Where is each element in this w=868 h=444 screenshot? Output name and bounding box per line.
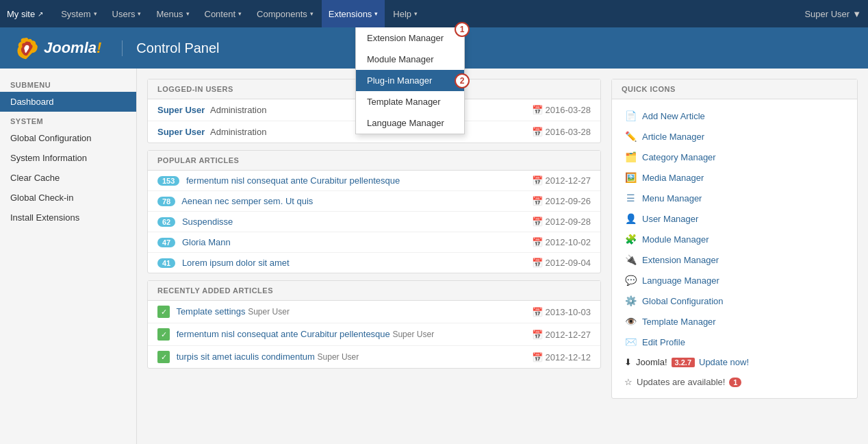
table-row: 41 Lorem ipsum dolor sit amet 📅 2012-09-…	[148, 253, 600, 273]
chevron-icon: ▾	[310, 10, 314, 17]
nav-item-menus[interactable]: Menus▾	[149, 0, 196, 27]
article-count: 47	[157, 238, 175, 247]
nav-label: Menus	[156, 9, 183, 19]
joomla-logo: Joomla!	[14, 36, 101, 60]
table-row: ✓ fermentum nisl consequat ante Curabitu…	[148, 323, 600, 346]
chevron-down-icon: ▼	[852, 9, 861, 19]
updates-available-row: ☆ Updates are available! 1	[619, 373, 850, 391]
external-icon: ↗	[38, 10, 43, 18]
quick-icon-language-manager[interactable]: 💬Language Manager	[619, 271, 850, 290]
nav-item-extensions[interactable]: Extensions▾	[322, 0, 385, 27]
nav-label: Extensions	[329, 9, 372, 19]
calendar-icon: 📅	[532, 175, 543, 186]
quick-icon-edit-profile[interactable]: ✉️Edit Profile	[619, 332, 850, 352]
quick-icon-label: Add New Article	[642, 111, 705, 121]
dropdown-item-module-manager[interactable]: Module Manager	[356, 49, 464, 70]
article-link[interactable]: Suspendisse	[182, 217, 233, 227]
article-manager-icon: ✏️	[624, 131, 637, 142]
calendar-icon: 📅	[532, 307, 543, 317]
media-manager-icon: 🖼️	[624, 172, 637, 183]
recent-article-link[interactable]: Template settings	[176, 306, 245, 317]
category-manager-icon: 🗂️	[624, 151, 637, 162]
recent-article-link[interactable]: fermentum nisl consequat ante Curabitur …	[177, 329, 390, 339]
user-role: Administration	[210, 105, 266, 115]
sidebar-item-install-ext[interactable]: Install Extensions	[0, 208, 136, 227]
super-user-label: Super User	[804, 9, 850, 19]
recent-cell: ✓ fermentum nisl consequat ante Curabitu…	[148, 323, 506, 346]
recently-added-panel: RECENTLY ADDED ARTICLES ✓ Template setti…	[147, 280, 601, 369]
recently-added-header: RECENTLY ADDED ARTICLES	[148, 281, 600, 301]
user-role: Administration	[210, 127, 266, 137]
super-user-menu[interactable]: Super User ▼	[804, 9, 861, 19]
table-row: ✓ Template settings Super User 📅 2013-10…	[148, 301, 600, 323]
quick-icon-user-manager[interactable]: 👤User Manager	[619, 209, 850, 228]
dropdown-item-template-manager[interactable]: Template Manager	[356, 91, 464, 112]
joomla-update-row: ⬇ Joomla! 3.2.7 Update now!	[619, 353, 850, 371]
date-cell: 📅 2013-10-03	[506, 301, 600, 323]
updates-label: Updates are available!	[637, 377, 725, 387]
nav-item-help[interactable]: Help▾	[386, 0, 424, 27]
quick-icon-extension-manager[interactable]: 🔌Extension Manager	[619, 250, 850, 269]
recent-table: ✓ Template settings Super User 📅 2013-10…	[148, 301, 600, 368]
nav-label: Components	[257, 9, 307, 19]
sidebar-item-global-config[interactable]: Global Configuration	[0, 128, 136, 148]
extensions-dropdown: Extension Manager1Module ManagerPlug-in …	[355, 27, 465, 134]
table-row: 153 fermentum nisl consequat ante Curabi…	[148, 171, 600, 191]
quick-icon-label: Extension Manager	[642, 255, 719, 265]
article-count: 62	[157, 217, 175, 227]
calendar-icon: 📅	[532, 217, 543, 227]
dropdown-item-language-manager[interactable]: Language Manager	[356, 112, 464, 134]
quick-icon-media-manager[interactable]: 🖼️Media Manager	[619, 168, 850, 187]
nav-label: System	[61, 9, 90, 19]
sidebar-item-dashboard[interactable]: Dashboard	[0, 92, 136, 112]
sidebar: SUBMENU Dashboard SYSTEM Global Configur…	[0, 69, 137, 444]
site-link[interactable]: My site ↗	[7, 9, 43, 19]
article-count: 153	[157, 176, 179, 186]
quick-icon-label: Category Manager	[642, 152, 716, 162]
article-link[interactable]: Lorem ipsum dolor sit amet	[182, 258, 290, 268]
quick-icon-template-manager[interactable]: 👁️Template Manager	[619, 312, 850, 331]
step-2-circle: 2	[455, 73, 470, 88]
nav-item-components[interactable]: Components▾	[250, 0, 320, 27]
user-link[interactable]: Super User	[157, 127, 205, 137]
author-label: Super User	[318, 352, 359, 362]
recent-article-link[interactable]: turpis sit amet iaculis condimentum	[177, 352, 315, 362]
nav-item-system[interactable]: System▾	[54, 0, 103, 27]
site-label: My site	[7, 9, 35, 19]
check-icon: ✓	[157, 328, 170, 341]
quick-icon-menu-manager[interactable]: ☰Menu Manager	[619, 188, 850, 208]
quick-icon-article-manager[interactable]: ✏️Article Manager	[619, 127, 850, 146]
dropdown-item-extension-manager[interactable]: Extension Manager1	[356, 27, 464, 49]
sidebar-item-global-checkin[interactable]: Global Check-in	[0, 188, 136, 208]
quick-icon-label: Edit Profile	[642, 337, 685, 347]
check-icon: ✓	[157, 351, 170, 363]
nav-item-content[interactable]: Content▾	[198, 0, 249, 27]
joomla-flame-icon	[14, 36, 38, 60]
nav-item-users[interactable]: Users▾	[105, 0, 149, 27]
table-row: 62 Suspendisse 📅 2012-09-28	[148, 212, 600, 232]
quick-icon-label: Global Configuration	[642, 296, 724, 306]
article-link[interactable]: Gloria Mann	[182, 237, 231, 247]
chevron-icon: ▾	[94, 10, 97, 17]
dropdown-item-plugin-manager[interactable]: Plug-in Manager2	[356, 70, 464, 91]
add-article-icon: 📄	[624, 110, 637, 121]
sidebar-item-clear-cache[interactable]: Clear Cache	[0, 168, 136, 188]
quick-icon-add-article[interactable]: 📄Add New Article	[619, 106, 850, 125]
date-cell: 📅 2012-10-02	[496, 232, 600, 253]
quick-icon-global-config[interactable]: ⚙️Global Configuration	[619, 291, 850, 310]
update-now-link[interactable]: Update now!	[699, 357, 749, 367]
article-link[interactable]: fermentum nisl consequat ante Curabitur …	[186, 175, 400, 186]
sidebar-item-system-info[interactable]: System Information	[0, 148, 136, 168]
popular-articles-body: 153 fermentum nisl consequat ante Curabi…	[148, 171, 600, 273]
article-link[interactable]: Aenean nec semper sem. Ut quis	[181, 196, 313, 206]
table-row: 47 Gloria Mann 📅 2012-10-02	[148, 232, 600, 253]
quick-icon-module-manager[interactable]: 🧩Module Manager	[619, 230, 850, 249]
recently-added-body: ✓ Template settings Super User 📅 2013-10…	[148, 301, 600, 368]
calendar-icon: 📅	[532, 352, 543, 362]
article-cell: 47 Gloria Mann	[148, 232, 496, 253]
calendar-icon: 📅	[532, 258, 543, 268]
quick-icon-category-manager[interactable]: 🗂️Category Manager	[619, 147, 850, 166]
date-cell: 📅 2012-09-26	[496, 191, 600, 212]
user-link[interactable]: Super User	[157, 105, 205, 115]
article-cell: 62 Suspendisse	[148, 212, 496, 232]
